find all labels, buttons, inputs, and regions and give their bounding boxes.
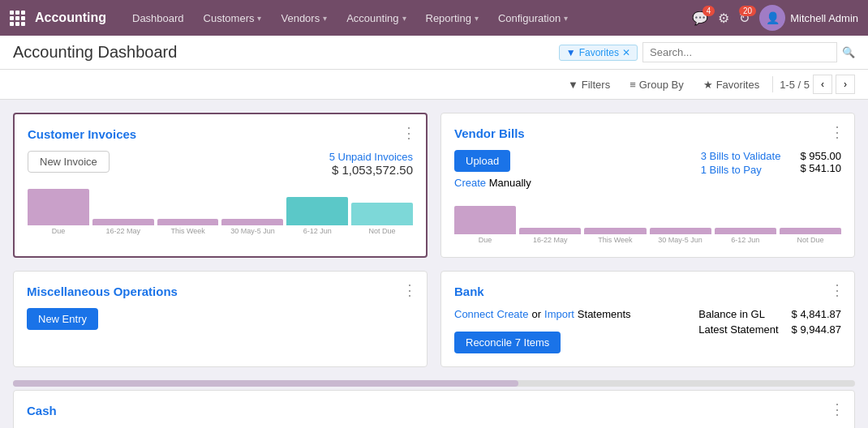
- next-page-button[interactable]: ›: [836, 75, 855, 94]
- bar-column: This Week: [157, 219, 219, 235]
- bar: [454, 206, 516, 234]
- latest-statement-label: Latest Statement: [698, 323, 778, 336]
- filter-funnel-icon: ▼: [568, 79, 578, 91]
- new-invoice-button[interactable]: New Invoice: [28, 151, 110, 173]
- nav-customers[interactable]: Customers ▾: [194, 0, 272, 36]
- search-input[interactable]: [642, 42, 837, 62]
- message-badge: 4: [703, 6, 715, 16]
- bar-column: Not Due: [780, 228, 841, 244]
- filters-button[interactable]: ▼ Filters: [561, 75, 617, 94]
- brand: Accounting: [35, 11, 106, 25]
- bar-label: 6-12 Jun: [731, 236, 759, 244]
- nav-reporting[interactable]: Reporting ▾: [416, 0, 488, 36]
- apps-icon[interactable]: [10, 11, 25, 26]
- invoice-amount: $ 1,053,572.50: [329, 163, 413, 177]
- balance-amount: $ 4,841.87: [792, 308, 841, 320]
- bills-validate-link[interactable]: 3 Bills to Validate: [701, 150, 781, 162]
- bar-column: 30 May-5 Jun: [650, 228, 711, 244]
- refresh-badge: 20: [739, 6, 756, 16]
- divider: [772, 76, 773, 92]
- bar: [519, 228, 581, 234]
- brand-name: Accounting: [35, 11, 106, 25]
- unpaid-invoices-link[interactable]: 5 Unpaid Invoices: [329, 151, 413, 163]
- pay-amount: $ 541.10: [800, 162, 841, 174]
- cash-menu[interactable]: ⋮: [830, 400, 844, 418]
- bar: [650, 228, 711, 234]
- bar-label: 16-22 May: [105, 227, 140, 235]
- upload-button[interactable]: Upload: [454, 150, 510, 172]
- import-link[interactable]: Import: [544, 308, 574, 320]
- nav-dashboard[interactable]: Dashboard: [122, 0, 194, 36]
- page-title: Accounting Dashboard: [13, 43, 177, 62]
- bar-column: Due: [28, 189, 89, 235]
- bar-column: Not Due: [351, 203, 413, 235]
- bar: [286, 197, 348, 225]
- search-icon[interactable]: 🔍: [842, 46, 855, 58]
- remove-favorites-icon[interactable]: ✕: [622, 47, 630, 58]
- customer-invoices-title: Customer Invoices: [28, 127, 413, 141]
- favorites-tag[interactable]: ▼ Favorites ✕: [559, 45, 638, 61]
- bar-column: 6-12 Jun: [715, 228, 776, 244]
- bar-column: 16-22 May: [92, 219, 154, 235]
- bank-menu[interactable]: ⋮: [830, 281, 844, 299]
- invoice-bar-chart: Due16-22 MayThis Week30 May-5 Jun6-12 Ju…: [28, 186, 413, 235]
- bills-pay-link[interactable]: 1 Bills to Pay: [701, 164, 781, 176]
- cash-card: Cash ⋮: [13, 390, 855, 428]
- chevron-down-icon: ▾: [564, 14, 568, 23]
- navbar: Accounting Dashboard Customers ▾ Vendors…: [0, 0, 868, 36]
- create-manually-link[interactable]: Create: [454, 177, 486, 189]
- customer-invoices-menu[interactable]: ⋮: [402, 124, 416, 142]
- validate-amount: $ 955.00: [800, 150, 841, 162]
- bar: [221, 219, 283, 225]
- create-link[interactable]: Create: [496, 308, 528, 320]
- vb-links: 3 Bills to Validate 1 Bills to Pay: [701, 150, 781, 176]
- sub-header: Accounting Dashboard ▼ Favorites ✕ 🔍: [0, 36, 868, 70]
- bar-column: This Week: [584, 228, 646, 244]
- messages-icon[interactable]: 💬4: [692, 11, 708, 26]
- reconcile-button[interactable]: Reconcile 7 Items: [454, 332, 561, 353]
- search-area: ▼ Favorites ✕ 🔍: [559, 42, 855, 62]
- bar: [584, 228, 646, 234]
- or-text: or: [531, 308, 541, 320]
- vendor-bills-menu[interactable]: ⋮: [830, 123, 844, 141]
- pagination: 1-5 / 5 ‹ ›: [780, 75, 855, 94]
- bar: [92, 219, 154, 225]
- pagination-text: 1-5 / 5: [780, 79, 810, 91]
- misc-operations-card: Miscellaneous Operations ⋮ New Entry: [13, 271, 428, 367]
- nav-accounting[interactable]: Accounting ▾: [337, 0, 415, 36]
- bank-card: Bank ⋮ Connect Create or Import Statemen…: [440, 271, 855, 367]
- nav-links: Dashboard Customers ▾ Vendors ▾ Accounti…: [122, 0, 578, 36]
- vendor-bills-card: Vendor Bills ⋮ Upload Create Manually 3 …: [440, 113, 855, 258]
- latest-statement-row: Latest Statement $ 9,944.87: [698, 323, 841, 336]
- new-entry-button[interactable]: New Entry: [27, 308, 98, 330]
- misc-menu[interactable]: ⋮: [402, 281, 417, 299]
- cash-title: Cash: [27, 404, 841, 417]
- scrollbar[interactable]: [13, 380, 855, 387]
- bar: [351, 203, 413, 225]
- misc-title: Miscellaneous Operations: [27, 285, 414, 298]
- bar-label: This Week: [170, 227, 204, 235]
- vendor-bar-chart: Due16-22 MayThis Week30 May-5 Jun6-12 Ju…: [454, 195, 841, 244]
- bar-label: Not Due: [369, 227, 396, 235]
- balance-row: Balance in GL $ 4,841.87: [698, 308, 841, 320]
- group-by-icon: ≡: [630, 79, 636, 91]
- bar-label: Due: [52, 227, 66, 235]
- bar-column: 6-12 Jun: [286, 197, 348, 235]
- bar-label: This Week: [598, 236, 632, 244]
- refresh-icon[interactable]: ↻20: [739, 11, 750, 26]
- bar-label: 30 May-5 Jun: [658, 236, 703, 244]
- settings-icon[interactable]: ⚙: [718, 11, 729, 26]
- nav-configuration[interactable]: Configuration ▾: [488, 0, 578, 36]
- vb-amounts: $ 955.00 $ 541.10: [800, 150, 841, 174]
- bar-label: 30 May-5 Jun: [230, 227, 275, 235]
- bar-column: 30 May-5 Jun: [221, 219, 283, 235]
- bar-label: Due: [479, 236, 492, 244]
- prev-page-button[interactable]: ‹: [813, 75, 832, 94]
- group-by-button[interactable]: ≡ Group By: [623, 75, 690, 94]
- bar-label: 6-12 Jun: [303, 227, 332, 235]
- balance-label: Balance in GL: [698, 308, 765, 320]
- favorites-button[interactable]: ★ Favorites: [697, 75, 766, 94]
- nav-vendors[interactable]: Vendors ▾: [271, 0, 337, 36]
- connect-link[interactable]: Connect: [454, 308, 493, 320]
- user-menu[interactable]: 👤 Mitchell Admin: [759, 5, 858, 31]
